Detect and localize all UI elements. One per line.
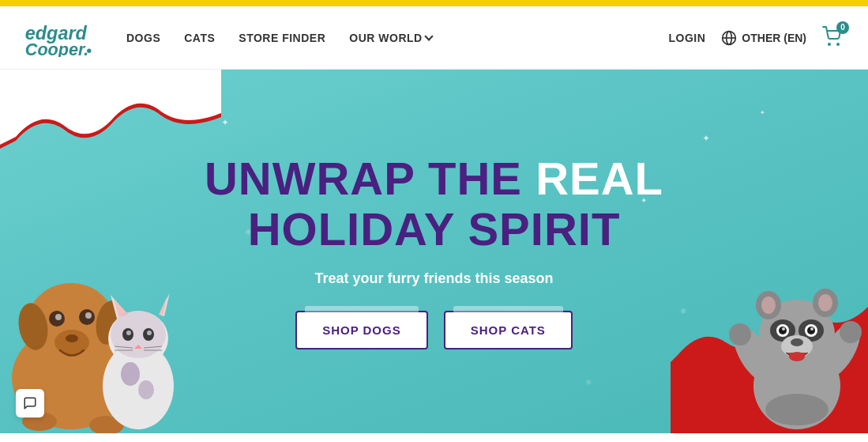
language-selector[interactable]: OTHER (EN) [721, 30, 806, 46]
svg-point-57 [761, 297, 776, 314]
svg-point-37 [138, 380, 154, 399]
cart-badge: 0 [836, 21, 849, 34]
svg-point-41 [729, 323, 751, 346]
hero-buttons: SHOP DOGS SHOP CATS [205, 311, 663, 349]
nav-store-finder[interactable]: STORE FINDER [239, 32, 325, 44]
hero-section: ✦ ✦ ❄ ✦ ✦ ❄ ❄ ✦ ❄ UNWRAP THE REAL HOLIDA… [0, 70, 868, 433]
snowflake-4: ✦ [702, 133, 710, 144]
hero-headline: UNWRAP THE REAL HOLIDAY SPIRIT [205, 153, 663, 255]
svg-point-30 [147, 331, 152, 335]
shop-dogs-button[interactable]: SHOP DOGS [295, 311, 428, 349]
nav-cats[interactable]: CATS [184, 32, 215, 44]
headline-part1: UNWRAP THE [205, 153, 535, 204]
nav-dogs[interactable]: DOGS [126, 32, 160, 44]
snowflake-8: ✦ [760, 109, 765, 116]
chat-button[interactable] [16, 389, 44, 417]
headline-highlight: REAL [535, 153, 663, 204]
logo[interactable]: edgard Cooper. [24, 19, 95, 57]
svg-point-6 [828, 43, 831, 46]
svg-point-59 [765, 394, 829, 425]
nav-right: LOGIN OTHER (EN) 0 [668, 26, 844, 50]
headline-part2: HOLIDAY SPIRIT [248, 203, 621, 255]
svg-point-7 [836, 43, 840, 46]
svg-point-2 [87, 48, 91, 52]
svg-point-14 [55, 314, 62, 320]
globe-icon [721, 30, 737, 46]
header: edgard Cooper. DOGS CATS STORE FINDER OU… [0, 6, 868, 70]
hero-subtext: Treat your furry friends this season [205, 270, 663, 287]
login-button[interactable]: LOGIN [668, 32, 705, 44]
svg-point-17 [66, 334, 78, 342]
svg-point-15 [85, 312, 92, 319]
svg-text:Cooper.: Cooper. [25, 39, 88, 56]
svg-point-36 [121, 362, 140, 386]
chat-icon [23, 396, 37, 410]
nav-our-world[interactable]: OUR WORLD [349, 32, 431, 44]
hero-content: UNWRAP THE REAL HOLIDAY SPIRIT Treat you… [205, 153, 663, 349]
svg-point-29 [126, 331, 131, 335]
svg-point-58 [818, 294, 832, 312]
svg-point-26 [111, 311, 166, 358]
torn-paper-top-left [0, 70, 221, 188]
svg-point-50 [782, 327, 785, 331]
svg-point-42 [840, 321, 862, 343]
main-nav: DOGS CATS STORE FINDER OUR WORLD [126, 32, 668, 44]
animals-right-illustration [710, 251, 868, 433]
svg-point-54 [789, 352, 805, 361]
language-label: OTHER (EN) [742, 32, 806, 44]
snowflake-1: ✦ [221, 117, 229, 128]
chevron-down-icon [424, 32, 433, 40]
snowflake-9: ❄ [585, 378, 592, 387]
cart-button[interactable]: 0 [822, 26, 844, 50]
shop-cats-button[interactable]: SHOP CATS [444, 311, 573, 349]
svg-point-53 [791, 338, 803, 346]
top-bar [0, 0, 868, 6]
svg-point-51 [810, 327, 814, 331]
